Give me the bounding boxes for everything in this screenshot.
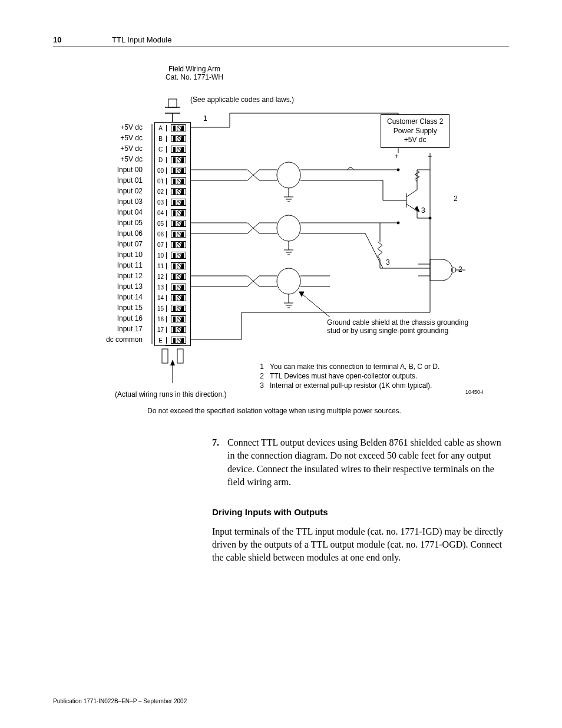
svg-point-54 (397, 222, 399, 224)
page-header: 10 TTL Input Module (53, 35, 509, 47)
page-number: 10 (53, 35, 112, 44)
publication-footer: Publication 1771-IN022B–EN–P – September… (53, 698, 187, 704)
svg-rect-6 (177, 349, 183, 363)
legend-number: 1 (258, 363, 264, 371)
callout-3b: 3 (386, 258, 390, 266)
subheading: Driving Inputs with Outputs (212, 506, 509, 518)
step-7: 7. Connect TTL output devices using Beld… (212, 436, 509, 489)
driving-paragraph: Input terminals of the TTL input module … (212, 525, 509, 565)
step-text: Connect TTL output devices using Belden … (227, 436, 509, 489)
svg-point-44 (277, 215, 300, 241)
svg-line-32 (406, 190, 417, 197)
isolation-note: Do not exceed the specified isolation vo… (147, 407, 401, 415)
ps-line2: Power Supply (387, 127, 443, 136)
body-column: 7. Connect TTL output devices using Beld… (212, 436, 509, 565)
ps-minus: − (428, 152, 432, 160)
legend-number: 3 (258, 381, 264, 390)
ground-note: Ground cable shield at the chassis groun… (327, 318, 474, 335)
svg-point-28 (397, 169, 399, 171)
legend-number: 2 (258, 372, 264, 380)
svg-marker-73 (299, 292, 304, 297)
step-number: 7. (212, 436, 224, 489)
legend-text: TTL Devices must have open-collector out… (270, 372, 417, 380)
svg-point-39 (429, 217, 431, 219)
wiring-direction-note: (Actual wiring runs in this direction.) (115, 390, 226, 398)
power-supply-box: Customer Class 2 Power Supply +5V dc (381, 114, 449, 148)
legend-row: 1You can make this connection to termina… (258, 363, 439, 371)
svg-rect-5 (162, 349, 168, 363)
svg-marker-75 (170, 360, 175, 365)
callout-2b: 2 (458, 265, 462, 274)
svg-point-20 (277, 162, 300, 188)
figure-id: 10450-I (465, 389, 484, 395)
ps-line1: Customer Class 2 (387, 117, 443, 127)
ps-plus: + (395, 152, 399, 160)
doc-title: TTL Input Module (112, 35, 171, 44)
figure-legend: 1You can make this connection to termina… (258, 363, 439, 391)
svg-point-56 (451, 268, 456, 272)
legend-text: You can make this connection to terminal… (270, 363, 439, 371)
svg-point-65 (277, 268, 300, 294)
legend-text: Internal or external pull-up resistor (1… (270, 381, 432, 390)
ps-line3: +5V dc (387, 136, 443, 145)
callout-2a: 2 (454, 195, 458, 203)
svg-rect-0 (168, 99, 177, 107)
callout-1: 1 (203, 114, 207, 123)
legend-row: 2TTL Devices must have open-collector ou… (258, 372, 439, 380)
legend-row: 3Internal or external pull-up resistor (… (258, 381, 439, 390)
callout-3a: 3 (421, 206, 425, 215)
svg-line-72 (299, 292, 330, 317)
wiring-figure: Field Wiring Arm Cat. No. 1771-WH (See a… (53, 65, 509, 430)
